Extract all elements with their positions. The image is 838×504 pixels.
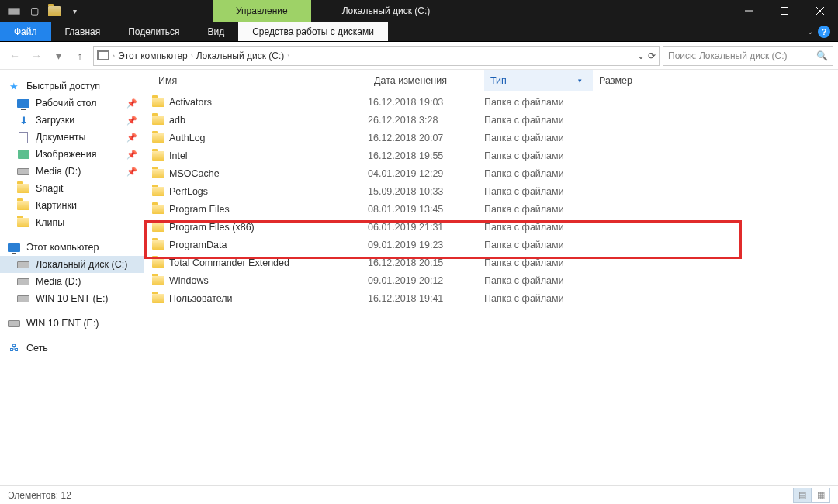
view-details-button[interactable]: ▤	[793, 488, 812, 503]
window-icon[interactable]	[6, 3, 22, 19]
sidebar-clips[interactable]: Клипы	[0, 214, 144, 231]
file-date: 16.12.2018 20:07	[368, 133, 484, 143]
column-date[interactable]: Дата изменения	[368, 75, 484, 86]
sidebar-local-disk-c[interactable]: Локальный диск (C:)	[0, 256, 144, 273]
table-row[interactable]: Activators16.12.2018 19:03Папка с файлам…	[144, 93, 838, 111]
sidebar-media-d2[interactable]: Media (D:)	[0, 273, 144, 290]
sidebar-desktop[interactable]: Рабочий стол📌	[0, 95, 144, 112]
pin-icon: 📌	[126, 167, 137, 177]
drive-icon	[97, 50, 109, 60]
chevron-right-icon[interactable]: ›	[287, 52, 289, 60]
qat-newfolder-icon[interactable]	[47, 3, 62, 19]
qat-customize-icon[interactable]: ▾	[67, 3, 82, 19]
breadcrumb-this-pc[interactable]: Этот компьютер	[118, 50, 188, 61]
file-name: Пользователи	[169, 293, 233, 304]
table-row[interactable]: AuthLog16.12.2018 20:07Папка с файлами	[144, 129, 838, 147]
folder-icon	[152, 116, 164, 125]
ribbon-file-tab[interactable]: Файл	[0, 22, 51, 41]
refresh-icon[interactable]: ⟳	[648, 50, 656, 61]
file-date: 15.09.2018 10:33	[368, 186, 484, 197]
file-date: 16.12.2018 20:15	[368, 257, 484, 268]
qat-properties-icon[interactable]: ▢	[26, 3, 42, 19]
sidebar-network[interactable]: 🖧Сеть	[0, 340, 144, 357]
ribbon-tab-home[interactable]: Главная	[51, 22, 115, 41]
file-type: Папка с файлами	[484, 115, 593, 126]
pin-icon: 📌	[126, 133, 137, 143]
sidebar-this-pc[interactable]: Этот компьютер	[0, 239, 144, 256]
navigation-bar: ← → ▾ ↑ › Этот компьютер › Локальный дис…	[0, 42, 838, 70]
table-row[interactable]: Total Commander Extended16.12.2018 20:15…	[144, 254, 838, 271]
sidebar-win10-e2[interactable]: WIN 10 ENT (E:)	[0, 315, 144, 332]
folder-icon	[152, 187, 164, 196]
folder-icon	[17, 184, 29, 193]
ribbon-tab-view[interactable]: Вид	[193, 22, 238, 41]
close-button[interactable]	[802, 0, 838, 22]
sidebar-pictures[interactable]: Изображения📌	[0, 146, 144, 163]
file-date: 09.01.2019 20:12	[368, 275, 484, 286]
search-input[interactable]: Поиск: Локальный диск (C:) 🔍	[663, 46, 833, 66]
ribbon-tab-share[interactable]: Поделиться	[114, 22, 193, 41]
file-name: PerfLogs	[169, 186, 208, 197]
table-row[interactable]: Program Files (x86)06.01.2019 21:31Папка…	[144, 218, 838, 236]
ribbon-tab-drive-tools[interactable]: Средства работы с дисками	[238, 22, 388, 41]
file-type: Папка с файлами	[484, 168, 593, 179]
table-row[interactable]: Intel16.12.2018 19:55Папка с файлами	[144, 147, 838, 164]
table-row[interactable]: Windows09.01.2019 20:12Папка с файлами	[144, 271, 838, 289]
table-row[interactable]: Program Files08.01.2019 13:45Папка с фай…	[144, 200, 838, 218]
minimize-icon	[745, 7, 753, 15]
ribbon-expand-icon[interactable]: ⌄	[807, 27, 813, 36]
contextual-tab[interactable]: Управление	[213, 0, 311, 22]
column-name[interactable]: Имя	[152, 75, 368, 86]
table-row[interactable]: Пользователи16.12.2018 19:41Папка с файл…	[144, 289, 838, 307]
table-row[interactable]: adb26.12.2018 3:28Папка с файлами	[144, 111, 838, 129]
nav-up-button[interactable]: ↑	[70, 46, 90, 66]
pin-icon: 📌	[126, 150, 137, 160]
sidebar-quick-access[interactable]: ★ Быстрый доступ	[0, 78, 144, 95]
file-type: Папка с файлами	[484, 257, 593, 268]
nav-history-button[interactable]: ▾	[48, 46, 68, 66]
sidebar-snagit[interactable]: Snagit	[0, 180, 144, 197]
drive-icon	[8, 320, 20, 327]
table-row[interactable]: PerfLogs15.09.2018 10:33Папка с файлами	[144, 182, 838, 200]
column-headers: Имя Дата изменения Тип▾ Размер	[144, 70, 838, 91]
sidebar-media-d[interactable]: Media (D:)📌	[0, 163, 144, 180]
pictures-icon	[18, 150, 29, 159]
folder-icon	[17, 201, 29, 210]
file-date: 16.12.2018 19:03	[368, 97, 484, 108]
chevron-right-icon[interactable]: ›	[191, 52, 193, 60]
file-name: Windows	[169, 275, 209, 286]
file-date: 08.01.2019 13:45	[368, 204, 484, 215]
file-type: Папка с файлами	[484, 186, 593, 197]
nav-back-button[interactable]: ←	[5, 46, 25, 66]
help-button[interactable]: ?	[818, 26, 830, 38]
table-row[interactable]: ProgramData09.01.2019 19:23Папка с файла…	[144, 236, 838, 254]
column-size[interactable]: Размер	[593, 75, 655, 86]
computer-icon	[8, 243, 20, 252]
table-row[interactable]: MSOCache04.01.2019 12:29Папка с файлами	[144, 164, 838, 182]
maximize-button[interactable]	[767, 0, 802, 22]
chevron-right-icon[interactable]: ›	[113, 52, 115, 60]
main-area: ★ Быстрый доступ Рабочий стол📌 ⬇Загрузки…	[0, 70, 838, 485]
file-type: Папка с файлами	[484, 222, 593, 233]
file-name: AuthLog	[169, 133, 206, 143]
address-dropdown-icon[interactable]: ⌄	[637, 50, 645, 61]
nav-forward-button[interactable]: →	[26, 46, 47, 66]
column-type[interactable]: Тип▾	[484, 70, 593, 91]
drive-icon	[17, 278, 29, 285]
drive-icon	[17, 295, 29, 302]
drive-icon	[17, 261, 29, 268]
sidebar-win10-e[interactable]: WIN 10 ENT (E:)	[0, 290, 144, 307]
minimize-button[interactable]	[731, 0, 767, 22]
breadcrumb-local-disk[interactable]: Локальный диск (C:)	[196, 50, 285, 61]
sidebar-documents[interactable]: Документы📌	[0, 129, 144, 146]
address-bar[interactable]: › Этот компьютер › Локальный диск (C:) ›…	[93, 46, 660, 66]
file-name: adb	[169, 115, 185, 126]
title-bar: ▢ ▾ Управление Локальный диск (C:)	[0, 0, 838, 22]
folder-icon	[152, 169, 164, 178]
folder-icon	[152, 258, 164, 268]
sidebar-downloads[interactable]: ⬇Загрузки📌	[0, 112, 144, 129]
file-type: Папка с файлами	[484, 240, 593, 250]
file-date: 26.12.2018 3:28	[368, 115, 484, 126]
view-icons-button[interactable]: ▦	[812, 488, 830, 503]
sidebar-pictures2[interactable]: Картинки	[0, 197, 144, 214]
